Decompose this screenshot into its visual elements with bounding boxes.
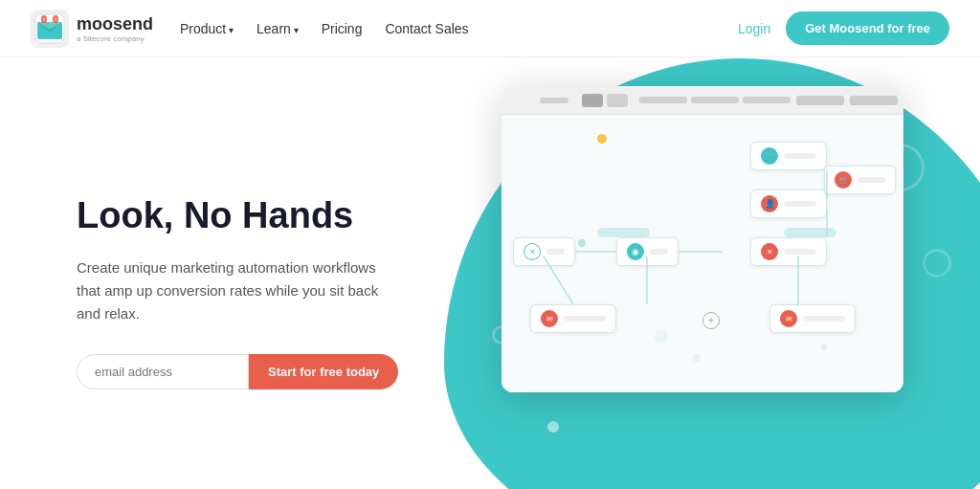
wf-node-center: ◉	[616, 237, 679, 266]
wf-node-x-red: ✕	[750, 237, 827, 266]
wf-x-icon: ✕	[523, 243, 541, 260]
wf-pill-1	[597, 228, 650, 237]
nav-product[interactable]: Product	[180, 21, 234, 36]
start-free-button[interactable]: Start for free today	[249, 354, 398, 389]
nav-left: moosend a Sitecore company Product Learn…	[31, 10, 469, 48]
workflow-window-wrapper: 🛒 👤 🛒 ✕	[501, 86, 903, 392]
bar-right-pill-2	[850, 96, 898, 105]
wf-plus-icon: +	[702, 312, 720, 329]
wf-email-icon-2: ✉	[780, 310, 797, 327]
wf-person-icon: 👤	[761, 195, 778, 212]
canvas-dot-4	[655, 330, 668, 344]
wf-center-icon: ◉	[627, 243, 644, 260]
wf-node-email-1: ✉	[530, 304, 616, 333]
wf-email-icon-1: ✉	[541, 310, 558, 327]
bar-right-pill-1	[796, 96, 844, 105]
login-button[interactable]: Login	[738, 21, 770, 36]
wf-node-person: 👤	[750, 189, 827, 218]
wf-label-2	[784, 201, 816, 207]
nav-contact-sales[interactable]: Contact Sales	[385, 21, 468, 36]
logo: moosend a Sitecore company	[31, 10, 153, 48]
wf-x-red-icon: ✕	[761, 243, 778, 260]
wf-label-far	[858, 177, 885, 183]
wf-node-email-2: ✉	[769, 304, 856, 333]
deco-circle-2	[923, 249, 951, 278]
window-titlebar	[501, 86, 903, 115]
window-bar-right	[796, 92, 903, 109]
wf-cart-icon-far: 🛒	[835, 171, 852, 189]
bar-tabs	[582, 94, 628, 107]
nav-links: Product Learn Pricing Contact Sales	[180, 21, 469, 36]
logo-icon	[31, 10, 69, 48]
logo-name: moosend	[77, 14, 153, 34]
hero-description: Create unique marketing automation workf…	[77, 256, 402, 325]
wf-label-1	[784, 153, 816, 159]
svg-point-8	[55, 16, 57, 21]
wf-label-x-red	[784, 249, 816, 255]
logo-subtitle: a Sitecore company	[77, 34, 153, 43]
hero-left: Look, No Hands Create unique marketing a…	[77, 195, 440, 389]
bar-segment-3	[743, 97, 791, 103]
workflow-canvas: 🛒 👤 🛒 ✕	[501, 115, 903, 392]
wf-label-x	[546, 249, 565, 255]
wf-node-x: ✕	[513, 237, 575, 266]
canvas-dot-2	[693, 354, 701, 362]
window-bar-lines	[540, 98, 568, 103]
wf-label-email-2	[803, 316, 845, 322]
canvas-dot-teal-1	[578, 239, 586, 247]
deco-dot-2	[398, 440, 406, 448]
wf-node-cart-1: 🛒	[750, 142, 827, 170]
nav-learn[interactable]: Learn	[256, 21, 299, 36]
canvas-dot-3	[821, 345, 827, 350]
workflow-window: 🛒 👤 🛒 ✕	[501, 86, 903, 392]
navbar: moosend a Sitecore company Product Learn…	[0, 0, 980, 57]
nav-pricing[interactable]: Pricing	[322, 21, 363, 36]
email-input[interactable]	[77, 354, 249, 389]
canvas-dot-yellow	[597, 134, 607, 144]
bar-tab-1	[582, 94, 603, 107]
bar-segment-1	[639, 97, 687, 103]
nav-right: Login Get Moosend for free	[738, 11, 949, 45]
wf-label-center	[650, 249, 668, 255]
deco-dot-1	[547, 421, 559, 433]
bar-line-1	[540, 98, 568, 103]
logo-text: moosend a Sitecore company	[77, 14, 153, 43]
hero-section: Look, No Hands Create unique marketing a…	[0, 57, 980, 489]
wf-cart-icon-1: 🛒	[761, 147, 778, 165]
hero-title: Look, No Hands	[77, 195, 440, 237]
svg-point-7	[43, 16, 46, 21]
hero-form: Start for free today	[77, 354, 440, 389]
wf-pill-2	[784, 228, 836, 237]
wf-label-email-1	[564, 316, 606, 322]
get-moosend-button[interactable]: Get Moosend for free	[786, 11, 949, 45]
bar-segment-2	[691, 97, 739, 103]
bar-tab-2	[607, 94, 628, 107]
wf-node-cart-far: 🛒	[824, 166, 896, 194]
